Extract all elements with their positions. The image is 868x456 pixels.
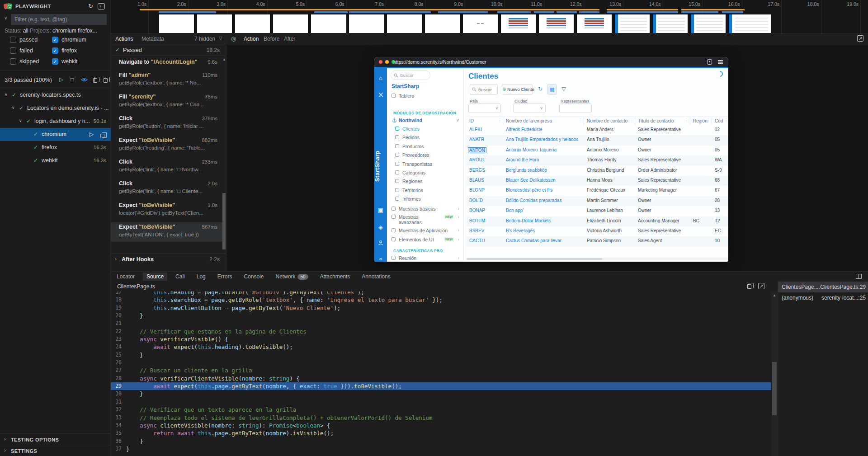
column-menu-icon[interactable]: ⋮ bbox=[498, 118, 501, 122]
table-row-ANATR[interactable]: ANATRAna Trujillo Emparedados y heladosA… bbox=[467, 135, 728, 145]
sidebar-item-northwind[interactable]: ⚓ Northwind ∨ bbox=[387, 117, 464, 125]
cell-nombre-de-la-empresa[interactable]: Antonio Moreno Taquería bbox=[503, 147, 584, 152]
minimize-icon[interactable] bbox=[385, 60, 389, 64]
sidebar-item-regiones[interactable]: Regiones bbox=[387, 178, 464, 186]
copy-icon[interactable] bbox=[100, 132, 104, 140]
timeline-screenshot-login[interactable] bbox=[500, 14, 536, 33]
tab-errors[interactable]: Errors bbox=[217, 273, 232, 280]
timeline-screenshot-blank[interactable] bbox=[425, 14, 460, 33]
sidebar-group-muestras-b-sicas[interactable]: Muestras básicas› bbox=[387, 206, 464, 213]
column-menu-icon[interactable]: ⋮ bbox=[725, 118, 728, 122]
code-line-32[interactable]: 32 // Verificar que un texto aparece en … bbox=[111, 406, 771, 414]
cell-id[interactable]: BONAP bbox=[467, 208, 503, 213]
action-item-7[interactable]: Expect "toBeVisible"1.0slocator('#GridDi… bbox=[111, 201, 223, 222]
column-menu-icon[interactable]: ⋮ bbox=[685, 118, 689, 122]
checkbox[interactable]: ✓ bbox=[52, 37, 58, 43]
timeline-screenshot-blank[interactable] bbox=[387, 14, 422, 33]
timeline-screenshot-grid[interactable] bbox=[728, 14, 771, 33]
tab-call[interactable]: Call bbox=[175, 273, 185, 280]
watch-all-icon[interactable] bbox=[81, 77, 88, 84]
sidebar-item-territorios[interactable]: Territorios bbox=[387, 187, 464, 195]
action-item-6[interactable]: Click2.0sgetByRole('link', { name: '□ Cl… bbox=[111, 179, 223, 201]
cell-nombre-de-la-empresa[interactable]: Bon app' bbox=[503, 208, 584, 213]
sidebar-item-reunion[interactable]: Reunión › bbox=[387, 255, 464, 262]
sidebar-item-informes[interactable]: Informes bbox=[387, 196, 464, 203]
table-row-BONAP[interactable]: BONAPBon app'Laurence LebihanOwner13 bbox=[467, 206, 728, 216]
cell-id[interactable]: BOTTM bbox=[467, 218, 503, 223]
after-hooks-row[interactable]: › After Hooks 2.2s bbox=[111, 253, 226, 265]
browser-badge-icon[interactable] bbox=[707, 59, 712, 65]
tab-source[interactable]: Source bbox=[143, 273, 167, 281]
action-item-5[interactable]: Click233msgetByRole('link', { name: '□ N… bbox=[111, 157, 223, 179]
reveal-test-icon[interactable] bbox=[104, 78, 108, 84]
project-filter-webkit[interactable]: ✓webkit bbox=[52, 58, 106, 67]
cell-id[interactable]: ALFKI bbox=[467, 127, 503, 132]
code-line-37[interactable]: 37} bbox=[111, 445, 771, 453]
tab-log[interactable]: Log bbox=[197, 273, 206, 280]
refresh-grid-icon[interactable]: ↻ bbox=[535, 84, 545, 95]
action-item-2[interactable]: Fill "serenity"76msgetByRole('textbox', … bbox=[111, 92, 223, 114]
code-line-21[interactable]: 21 bbox=[111, 320, 771, 327]
browser-menu-icon[interactable] bbox=[718, 60, 723, 61]
cell-nombre-de-la-empresa[interactable]: Ana Trujillo Emparedados y helados bbox=[503, 137, 584, 142]
grid-hscrollbar[interactable] bbox=[467, 258, 728, 260]
tab-console[interactable]: Console bbox=[244, 273, 264, 280]
project-filter-firefox[interactable]: ✓firefox bbox=[52, 47, 106, 56]
table-row-BOTTM[interactable]: BOTTMBottom-Dollar MarketsElizabeth Linc… bbox=[467, 216, 728, 226]
code-line-18[interactable]: 18 this.searchBox = page.getByRole('text… bbox=[111, 296, 771, 304]
timeline-screenshot-login[interactable] bbox=[576, 14, 612, 33]
column-menu-icon[interactable]: ⋮ bbox=[630, 118, 633, 122]
home-icon[interactable]: ⌂ bbox=[374, 75, 387, 81]
column-menu-icon[interactable]: ⋮ bbox=[579, 118, 582, 122]
cell-nombre-de-la-empresa[interactable]: Bólido Comidas preparadas bbox=[503, 198, 584, 203]
timeline-screenshot-blank[interactable] bbox=[311, 14, 346, 33]
tree-item-serenity-locators-spec-ts[interactable]: ∨✓serenity-locators.spec.ts bbox=[0, 89, 111, 102]
stack-frame[interactable]: ClientesPage.... ClientesPage.ts:29 bbox=[778, 282, 868, 292]
cell-nombre-de-la-empresa[interactable]: Berglunds snabbköp bbox=[503, 168, 584, 173]
project-filter-chromium[interactable]: ✓chromium bbox=[52, 36, 106, 45]
scroll-up-icon[interactable]: ▲ bbox=[773, 293, 776, 297]
testing-options-section[interactable]: › TESTING OPTIONS bbox=[0, 433, 111, 445]
action-item-8[interactable]: Expect "toBeVisible"567msgetByText('ANTO… bbox=[111, 222, 223, 242]
actions-scrollbar[interactable]: ▲ bbox=[222, 57, 226, 242]
copy-source-icon[interactable] bbox=[747, 284, 751, 290]
action-item-4[interactable]: Expect "toBeVisible"882msgetByRole('head… bbox=[111, 136, 223, 157]
code-scrollbar[interactable]: ▲ bbox=[771, 282, 778, 456]
column-header-nombre-de-la-empresa[interactable]: Nombre de la empresa⋮ bbox=[503, 117, 584, 125]
table-row-CACTU[interactable]: CACTUCactus Comidas para llevarPatricio … bbox=[467, 236, 728, 246]
tab-before[interactable]: Before bbox=[264, 36, 279, 42]
timeline-screenshot-sidebar[interactable] bbox=[652, 14, 688, 33]
table-row-BOLID[interactable]: BOLIDBólido Comidas preparadasMartín Som… bbox=[467, 196, 728, 206]
code-line-35[interactable]: 35 return await this.page.getByText(nomb… bbox=[111, 429, 771, 437]
pick-locator-icon[interactable]: ◎ bbox=[231, 35, 236, 42]
tools-icon[interactable] bbox=[374, 92, 387, 99]
cell-nombre-de-la-empresa[interactable]: B's Beverages bbox=[503, 228, 584, 233]
timeline-screenshot-blank[interactable] bbox=[197, 14, 232, 33]
cell-id[interactable]: BERGS bbox=[467, 168, 503, 173]
tree-item-login-dashboard-y-n-[interactable]: ∨✓login, dashboard y n...50.1s bbox=[0, 115, 111, 128]
sidebar-group-muestras-de-aplicaci-n[interactable]: Muestras de Aplicación› bbox=[387, 227, 464, 235]
cell-id[interactable]: AROUT bbox=[467, 157, 503, 162]
stack-frame[interactable]: (anonymous) serenity-locat...:25 bbox=[778, 292, 868, 303]
open-source-external-icon[interactable]: ↗ bbox=[758, 283, 764, 289]
table-row-AROUT[interactable]: AROUTAround the HornThomas HardySales Re… bbox=[467, 155, 728, 165]
tab-action[interactable]: Action bbox=[244, 36, 259, 42]
source-code[interactable]: 17 this.heading = page.locator('#GridDiv… bbox=[111, 288, 771, 456]
cell-id[interactable]: CACTU bbox=[467, 238, 503, 243]
play-icon[interactable]: ▷ bbox=[90, 131, 94, 137]
sidebar-group-muestras[interactable]: MuestrasavanzadasNEW› bbox=[387, 214, 464, 221]
timeline-screenshot-sidebar[interactable] bbox=[690, 14, 726, 33]
tab-metadata[interactable]: Metadata bbox=[142, 36, 164, 42]
code-line-26[interactable]: 26 bbox=[111, 359, 771, 367]
action-item-1[interactable]: Fill "admin"110msgetByRole('textbox', { … bbox=[111, 71, 223, 92]
table-row-BLAUS[interactable]: BLAUSBlauer See DelikatessenHanna MoosSa… bbox=[467, 176, 728, 186]
code-line-36[interactable]: 36 } bbox=[111, 437, 771, 445]
code-line-25[interactable]: 25 } bbox=[111, 351, 771, 359]
timeline-screenshot-blank[interactable] bbox=[273, 14, 308, 33]
code-line-22[interactable]: 22 // Verificar que estamos en la página… bbox=[111, 328, 771, 335]
table-row-BSBEV[interactable]: BSBEVB's BeveragesVictoria AshworthSales… bbox=[467, 226, 728, 236]
scrollbar-thumb[interactable] bbox=[467, 258, 602, 260]
user-icon[interactable] bbox=[374, 240, 387, 247]
table-row-ANTON[interactable]: ANTONAntonio Moreno TaqueríaAntonio More… bbox=[467, 146, 728, 155]
cell-id[interactable]: BLONP bbox=[467, 188, 503, 193]
